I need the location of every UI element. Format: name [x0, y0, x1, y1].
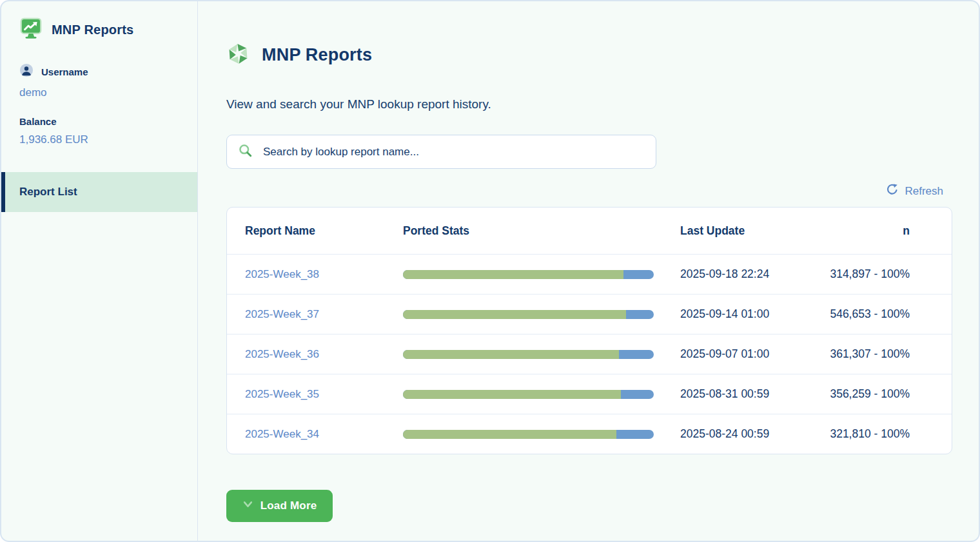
sidebar-item-label: Report List [19, 186, 77, 198]
last-update-cell: 2025-08-31 00:59 [680, 387, 828, 401]
ported-stats-bar [403, 390, 654, 399]
ported-bar-fill [403, 310, 626, 319]
ported-stats-cell [403, 270, 680, 279]
ported-stats-cell [403, 390, 680, 399]
table-row: 2025-Week_36 2025-09-07 01:00 361,307 - … [227, 334, 952, 374]
app-window: MNP Reports Username demo Balance 1,936.… [0, 0, 980, 542]
sidebar-nav: Report List [1, 172, 197, 212]
user-icon [19, 63, 34, 80]
n-cell: 356,259 - 100% [828, 387, 934, 401]
ported-stats-cell [403, 310, 680, 319]
search-icon [238, 143, 253, 160]
monitor-chart-icon [19, 17, 43, 43]
ported-stats-bar [403, 270, 654, 279]
load-more-label: Load More [260, 499, 317, 512]
ported-stats-cell [403, 350, 680, 359]
refresh-button[interactable]: Refresh [886, 183, 952, 199]
ported-stats-cell [403, 430, 680, 439]
last-update-cell: 2025-09-14 01:00 [680, 307, 828, 321]
search-input[interactable] [262, 145, 645, 159]
ported-stats-bar [403, 430, 654, 439]
balance-value: 1,936.68 EUR [1, 133, 197, 146]
column-header-ported-stats: Ported Stats [403, 224, 680, 238]
n-cell: 321,810 - 100% [828, 427, 934, 441]
refresh-label: Refresh [905, 185, 943, 198]
table-row: 2025-Week_37 2025-09-14 01:00 546,653 - … [227, 294, 952, 334]
load-more-button[interactable]: Load More [226, 490, 333, 522]
ported-bar-fill [403, 350, 619, 359]
report-name-link[interactable]: 2025-Week_37 [245, 308, 403, 321]
column-header-report-name: Report Name [245, 224, 403, 238]
brand-title: MNP Reports [52, 23, 133, 37]
page-title: MNP Reports [262, 45, 372, 65]
main-content: MNP Reports View and search your MNP loo… [198, 1, 979, 541]
report-name-link[interactable]: 2025-Week_36 [245, 348, 403, 361]
page-subtitle: View and search your MNP lookup report h… [226, 97, 979, 111]
chevron-down-icon [242, 499, 253, 513]
table-header-row: Report Name Ported Stats Last Update n [227, 208, 952, 254]
column-header-last-update: Last Update [680, 224, 828, 238]
toolbar: Refresh [226, 183, 952, 199]
last-update-cell: 2025-08-24 00:59 [680, 427, 828, 441]
balance-label: Balance [1, 116, 197, 127]
refresh-icon [886, 183, 899, 199]
report-name-link[interactable]: 2025-Week_38 [245, 268, 403, 281]
username-row: Username [1, 63, 197, 80]
sidebar-item-report-list[interactable]: Report List [1, 172, 197, 212]
search-box [226, 135, 656, 169]
last-update-cell: 2025-09-07 01:00 [680, 347, 828, 361]
ported-bar-fill [403, 270, 623, 279]
ported-bar-fill [403, 390, 621, 399]
report-name-link[interactable]: 2025-Week_34 [245, 428, 403, 441]
ported-bar-fill [403, 430, 616, 439]
table-row: 2025-Week_35 2025-08-31 00:59 356,259 - … [227, 374, 952, 414]
n-cell: 361,307 - 100% [828, 347, 934, 361]
report-table: Report Name Ported Stats Last Update n 2… [226, 207, 952, 454]
ported-stats-bar [403, 350, 654, 359]
aperture-icon [226, 42, 250, 68]
ported-stats-bar [403, 310, 654, 319]
report-name-link[interactable]: 2025-Week_35 [245, 388, 403, 401]
last-update-cell: 2025-09-18 22:24 [680, 267, 828, 281]
n-cell: 314,897 - 100% [828, 267, 934, 281]
username-label: Username [41, 66, 88, 77]
page-header: MNP Reports [226, 34, 979, 77]
table-row: 2025-Week_38 2025-09-18 22:24 314,897 - … [227, 254, 952, 294]
sidebar: MNP Reports Username demo Balance 1,936.… [1, 1, 198, 541]
table-body: 2025-Week_38 2025-09-18 22:24 314,897 - … [227, 254, 952, 454]
column-header-n: n [828, 224, 934, 238]
table-row: 2025-Week_34 2025-08-24 00:59 321,810 - … [227, 414, 952, 454]
n-cell: 546,653 - 100% [828, 307, 934, 321]
username-value: demo [1, 86, 197, 99]
brand: MNP Reports [1, 17, 197, 43]
